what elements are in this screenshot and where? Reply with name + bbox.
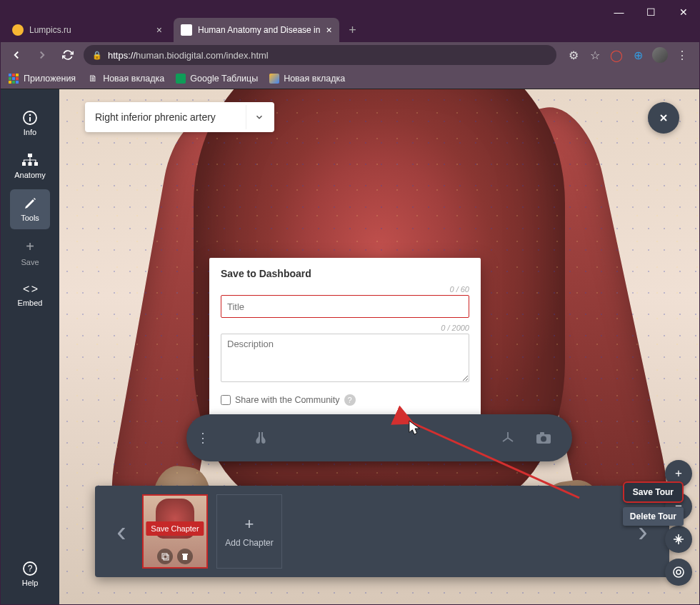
sidebar-item-tools[interactable]: Tools xyxy=(10,189,50,229)
close-icon[interactable]: × xyxy=(156,24,162,36)
save-tour-button[interactable]: Save Tour xyxy=(623,481,684,503)
axis-icon[interactable] xyxy=(499,429,516,446)
url-https: https:// xyxy=(108,50,136,61)
minimize-button[interactable]: — xyxy=(603,1,635,24)
svg-rect-7 xyxy=(12,81,15,84)
sidebar-item-save[interactable]: + Save xyxy=(10,232,50,272)
trash-icon[interactable] xyxy=(177,549,193,564)
add-chapter-button[interactable]: + Add Chapter xyxy=(216,494,282,569)
forward-button[interactable] xyxy=(32,45,52,65)
svg-point-10 xyxy=(29,114,31,116)
description-input[interactable] xyxy=(221,334,469,382)
more-icon[interactable]: ⋮ xyxy=(186,414,219,461)
sidebar-item-info[interactable]: Info xyxy=(10,104,50,144)
extension-icon[interactable]: ◯ xyxy=(609,48,624,62)
prev-chapter-button[interactable]: ‹ xyxy=(104,516,139,548)
svg-rect-4 xyxy=(12,77,15,80)
canvas-3d-view[interactable]: Right inferior phrenic artery Save to Da… xyxy=(59,89,699,604)
reload-button[interactable] xyxy=(58,45,78,65)
chapter-thumbnail[interactable]: Save Chapter xyxy=(142,494,208,569)
app-container: Info Anatomy Tools + Save < > Embed ? He… xyxy=(1,89,699,604)
bookmarks-bar: Приложения 🗎Новая вкладка Google Таблицы… xyxy=(1,68,699,89)
pan-button[interactable] xyxy=(665,526,692,553)
browser-tab-active[interactable]: Human Anatomy and Disease in × xyxy=(174,18,339,42)
sidebar-item-help[interactable]: ? Help xyxy=(10,554,50,594)
svg-rect-14 xyxy=(29,162,32,166)
bookmark-apps[interactable]: Приложения xyxy=(8,73,76,84)
bookmark-item[interactable]: Google Таблицы xyxy=(176,74,258,84)
bookmark-label: Новая вкладка xyxy=(284,74,345,84)
image-icon xyxy=(269,74,279,84)
sidebar-item-embed[interactable]: < > Embed xyxy=(10,275,50,315)
sidebar-item-anatomy[interactable]: Anatomy xyxy=(10,146,50,186)
svg-rect-11 xyxy=(29,117,31,121)
chevron-down-icon[interactable] xyxy=(246,105,271,129)
desc-counter: 0 / 2000 xyxy=(221,324,469,332)
svg-rect-6 xyxy=(9,81,11,84)
close-icon[interactable]: × xyxy=(326,24,331,36)
chapter-strip: ‹ Save Chapter + Add Chapter › Save Tour… xyxy=(95,486,669,577)
star-icon[interactable]: ☆ xyxy=(588,48,602,62)
url-field[interactable]: 🔒 https://human.biodigital.com/index.htm… xyxy=(84,45,556,65)
address-bar: 🔒 https://human.biodigital.com/index.htm… xyxy=(1,42,699,68)
lungs-icon[interactable] xyxy=(252,429,269,446)
svg-rect-22 xyxy=(164,555,169,560)
bookmark-label: Google Таблицы xyxy=(190,74,258,84)
sidebar-label: Help xyxy=(22,579,39,587)
add-chapter-label: Add Chapter xyxy=(225,538,273,548)
extension-icon[interactable]: ⊕ xyxy=(631,48,645,62)
maximize-button[interactable]: ☐ xyxy=(635,1,667,24)
svg-rect-23 xyxy=(183,555,187,560)
apps-icon xyxy=(8,73,19,84)
bookmark-label: Приложения xyxy=(24,74,76,84)
menu-icon[interactable]: ⋮ xyxy=(675,48,689,62)
back-button[interactable] xyxy=(6,45,26,65)
camera-icon[interactable] xyxy=(535,429,552,446)
share-label: Share with the Community xyxy=(235,395,340,405)
svg-rect-2 xyxy=(16,74,19,76)
tour-buttons: Save Tour Delete Tour xyxy=(623,481,684,526)
bookmark-item[interactable]: 🗎Новая вкладка xyxy=(87,73,164,84)
copy-icon[interactable] xyxy=(157,549,173,564)
bookmark-label: Новая вкладка xyxy=(103,74,164,84)
browser-tab-inactive[interactable]: Lumpics.ru × xyxy=(5,18,169,42)
address-icons: ⚙ ☆ ◯ ⊕ ⋮ xyxy=(562,47,694,63)
svg-rect-12 xyxy=(28,154,32,157)
url-rest: human.biodigital.com/index.html xyxy=(136,50,269,61)
close-panel-button[interactable] xyxy=(648,102,679,134)
doc-icon: 🗎 xyxy=(87,73,99,84)
new-tab-button[interactable]: + xyxy=(344,21,362,39)
svg-rect-15 xyxy=(34,162,38,166)
help-icon[interactable]: ? xyxy=(344,394,356,406)
sidebar-label: Save xyxy=(21,258,39,266)
selected-structure: Right inferior phrenic artery xyxy=(95,111,216,123)
avatar[interactable] xyxy=(652,47,668,63)
plus-icon: + xyxy=(26,239,34,255)
title-input[interactable] xyxy=(221,295,469,318)
structure-selector[interactable]: Right inferior phrenic artery xyxy=(85,102,274,132)
bookmark-item[interactable]: Новая вкладка xyxy=(269,74,345,84)
translate-icon[interactable]: ⚙ xyxy=(566,48,581,62)
favicon-icon xyxy=(12,24,24,36)
sidebar-label: Anatomy xyxy=(14,171,45,179)
svg-rect-1 xyxy=(12,74,15,76)
browser-title-bar: Lumpics.ru × Human Anatomy and Disease i… xyxy=(1,1,699,42)
window-controls: — ☐ ✕ xyxy=(603,1,699,24)
favicon-icon xyxy=(181,24,192,36)
svg-rect-20 xyxy=(540,432,544,435)
view-toolbar: ⋮ xyxy=(186,414,572,461)
svg-text:?: ? xyxy=(28,564,33,574)
cursor-icon xyxy=(409,420,421,437)
svg-rect-3 xyxy=(9,77,11,80)
svg-rect-24 xyxy=(182,554,188,555)
delete-tour-button[interactable]: Delete Tour xyxy=(623,507,684,526)
svg-rect-13 xyxy=(22,162,26,166)
code-icon: < > xyxy=(23,283,37,296)
svg-point-19 xyxy=(541,436,546,442)
svg-point-26 xyxy=(674,567,684,577)
recenter-button[interactable] xyxy=(665,559,692,586)
svg-rect-21 xyxy=(162,554,167,559)
share-checkbox[interactable] xyxy=(221,395,231,405)
close-window-button[interactable]: ✕ xyxy=(667,1,699,24)
help-icon: ? xyxy=(23,561,37,576)
